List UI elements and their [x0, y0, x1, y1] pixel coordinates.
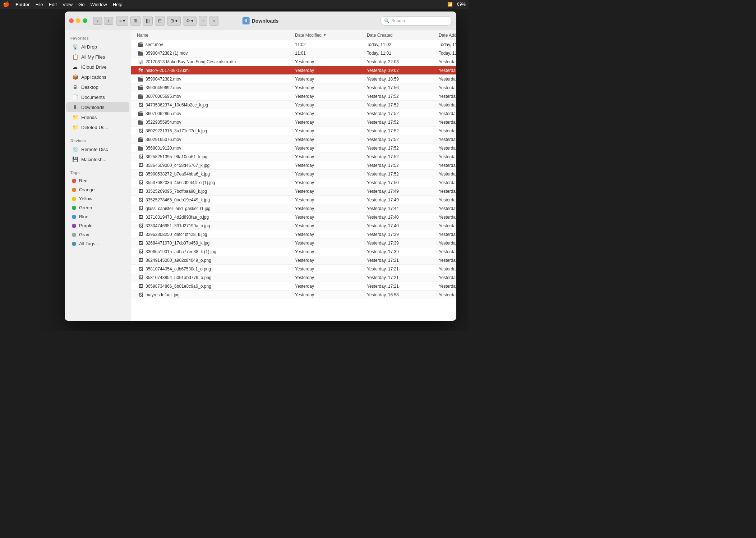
file-date-added: Today, 11:02 [439, 42, 456, 47]
file-date-added: Yesterday, 17:22 [439, 275, 456, 280]
table-row[interactable]: 🖼 33066519015_adba77ee38_k (1).jpg Yeste… [131, 247, 456, 256]
file-icon: 🎬 [137, 85, 144, 91]
sidebar-item-friends[interactable]: 📁 Friends [66, 112, 129, 122]
file-name: sent.mov [146, 42, 295, 47]
sidebar-item-documents[interactable]: 📄 Documents [66, 92, 129, 102]
table-row[interactable]: 🖼 32710319473_4d2d893fae_o.jpg Yesterday… [131, 213, 456, 222]
file-icon: 🖼 [137, 214, 144, 220]
view-list-button[interactable]: ≡ ▾ [116, 16, 128, 26]
back-button[interactable]: ‹ [93, 17, 102, 25]
sidebar-item-remote-disc[interactable]: 💿 Remote Disc [66, 144, 129, 154]
view-cover-button[interactable]: ⊟ [155, 16, 165, 26]
file-name: 36249145000_a962c84049_o.png [146, 258, 295, 263]
table-row[interactable]: 🖼 35864509000_c458d46767_k.jpg Yesterday… [131, 161, 456, 170]
file-date-created: Yesterday, 17:21 [367, 284, 439, 289]
file-date-created: Yesterday, 17:56 [367, 85, 439, 90]
sidebar-item-applications[interactable]: 📦 Applications [66, 72, 129, 82]
table-row[interactable]: 🖼 glass_canister_and_gasket_l1.jpg Yeste… [131, 204, 456, 213]
help-menu[interactable]: Help [113, 2, 123, 7]
table-row[interactable]: 🖼 36598734866_6b81e8c9a6_o.png Yesterday… [131, 282, 456, 291]
table-row[interactable]: 🖼 36029221316_3a171cff7d_k.jpg Yesterday… [131, 127, 456, 135]
table-row[interactable]: 🎬 sent.mov 11:02 Today, 11:02 Today, 11:… [131, 40, 456, 49]
file-name: 35810743854_5091abd779_o.png [146, 275, 295, 280]
sidebar-item-purple[interactable]: Purple [66, 221, 129, 230]
sidebar-item-orange[interactable]: Orange [66, 185, 129, 194]
fullscreen-button[interactable] [83, 18, 87, 23]
sidebar-item-icloud-drive[interactable]: ☁ iCloud Drive [66, 62, 129, 72]
sidebar-item-all-tags[interactable]: All Tags... [66, 239, 129, 248]
share-button[interactable]: ↑ [199, 16, 207, 26]
minimize-button[interactable] [76, 18, 80, 23]
sidebar-item-downloads[interactable]: ⬇ Downloads [66, 102, 129, 112]
wifi-icon: 📶 [447, 2, 453, 7]
table-row[interactable]: 🖼 33525269095_7bcffbaa98_k.jpg Yesterday… [131, 187, 456, 196]
blue-tag-dot [72, 215, 76, 219]
col-date-modified-header[interactable]: Date Modified ▼ [295, 33, 367, 38]
view-icon-button[interactable]: ⊞ [130, 16, 140, 26]
table-row[interactable]: 🖼 35810744054_cdb67530c1_o.png Yesterday… [131, 265, 456, 273]
col-date-created-header[interactable]: Date Created [367, 33, 439, 38]
sidebar-item-green-label: Green [79, 205, 92, 210]
table-row[interactable]: 🖼 34735362374_10d6f4b2cc_k.jpg Yesterday… [131, 101, 456, 109]
sidebar-item-green[interactable]: Green [66, 203, 129, 212]
file-icon: 🖼 [137, 257, 144, 263]
table-row[interactable]: 🖼 32962308250_dafc4bf428_k.jpg Yesterday… [131, 230, 456, 239]
airdrop-icon: 📡 [72, 44, 78, 50]
table-row[interactable]: 🗺 history-2017-08-13.kml Yesterday Yeste… [131, 66, 456, 75]
table-row[interactable]: 🎬 36070062865.mov Yesterday Yesterday, 1… [131, 109, 456, 118]
sidebar-item-red[interactable]: Red [66, 176, 129, 185]
edit-menu[interactable]: Edit [49, 2, 57, 7]
close-button[interactable] [69, 18, 74, 23]
col-date-added-header[interactable]: Date Added [439, 33, 456, 38]
search-icon: 🔍 [384, 18, 389, 23]
all-my-files-icon: 📋 [72, 54, 78, 60]
sidebar-item-desktop[interactable]: 🖥 Desktop [66, 82, 129, 92]
sidebar-item-macintosh[interactable]: 💾 Macintosh... [66, 154, 129, 164]
view-columns-button[interactable]: ||| [143, 16, 153, 26]
sidebar-item-airdrop[interactable]: 📡 AirDrop [66, 42, 129, 52]
table-row[interactable]: 🖼 33525278465_0aeb19e449_k.jpg Yesterday… [131, 196, 456, 204]
sidebar-item-deleted-users[interactable]: 📁 Deleted Us... [66, 122, 129, 132]
sidebar-item-all-my-files[interactable]: 📋 All My Files [66, 52, 129, 62]
table-row[interactable]: 🎬 36029165076.mov Yesterday Yesterday, 1… [131, 135, 456, 144]
sidebar-item-yellow[interactable]: Yellow [66, 194, 129, 203]
forward-button[interactable]: › [104, 17, 113, 25]
go-menu[interactable]: Go [78, 2, 84, 7]
table-row[interactable]: 🖼 32684471070_17cb07b459_k.jpg Yesterday… [131, 239, 456, 247]
deleted-users-icon: 📁 [72, 124, 78, 131]
table-row[interactable]: 🖼 35900538272_b7ea94bba6_k.jpg Yesterday… [131, 170, 456, 178]
table-row[interactable]: 🎬 35900472382.mov Yesterday Yesterday, 1… [131, 75, 456, 83]
sidebar-item-blue[interactable]: Blue [66, 212, 129, 221]
table-row[interactable]: 🖼 36249145000_a962c84049_o.png Yesterday… [131, 256, 456, 265]
search-box[interactable]: 🔍 Search [380, 16, 452, 26]
apple-menu[interactable]: 🍎 [3, 1, 10, 8]
table-row[interactable]: 🎬 35900459692.mov Yesterday Yesterday, 1… [131, 83, 456, 92]
file-name: 35229855954.mov [146, 120, 295, 125]
finder-menu[interactable]: Finder [15, 2, 30, 7]
view-menu[interactable]: View [63, 2, 73, 7]
sidebar-item-gray[interactable]: Gray [66, 230, 129, 239]
file-name: 35900538272_b7ea94bba6_k.jpg [146, 172, 295, 177]
sidebar-item-red-label: Red [79, 178, 88, 183]
macintosh-icon: 💾 [72, 156, 78, 163]
table-row[interactable]: 🎬 35900472382 (1).mov 11:01 Today, 11:01… [131, 49, 456, 58]
table-row[interactable]: 🖼 35537682036_4b6cdf2444_o (1).jpg Yeste… [131, 178, 456, 187]
file-menu[interactable]: File [36, 2, 43, 7]
table-row[interactable]: 🎬 35680319120.mov Yesterday Yesterday, 1… [131, 144, 456, 152]
window-menu[interactable]: Window [90, 2, 107, 7]
table-row[interactable]: 🖼 35810743854_5091abd779_o.png Yesterday… [131, 273, 456, 282]
table-row[interactable]: 📊 20170813 MakerBay Nan Fung Cesar.xlsm.… [131, 58, 456, 66]
table-row[interactable]: 🖼 33304746951_331d27190a_o.jpg Yesterday… [131, 222, 456, 230]
tag-button[interactable]: ○ [209, 16, 218, 26]
view-group-button[interactable]: ⊞ ▾ [167, 16, 180, 26]
table-row[interactable]: 🎬 35229855954.mov Yesterday Yesterday, 1… [131, 118, 456, 127]
file-date-added: Yesterday, 17:44 [439, 206, 456, 211]
file-date-modified: Yesterday [295, 266, 367, 272]
col-name-header[interactable]: Name [137, 33, 295, 38]
table-row[interactable]: 🎬 36070065695.mov Yesterday Yesterday, 1… [131, 92, 456, 101]
navigation-buttons: ‹ › [93, 17, 113, 25]
actions-button[interactable]: ⚙ ▾ [183, 16, 197, 26]
table-row[interactable]: 🖼 mayresdefault.jpg Yesterday Yesterday,… [131, 291, 456, 299]
table-row[interactable]: 🖼 36258251395_f8fa10ea61_k.jpg Yesterday… [131, 152, 456, 161]
file-date-modified: Yesterday [295, 59, 367, 64]
